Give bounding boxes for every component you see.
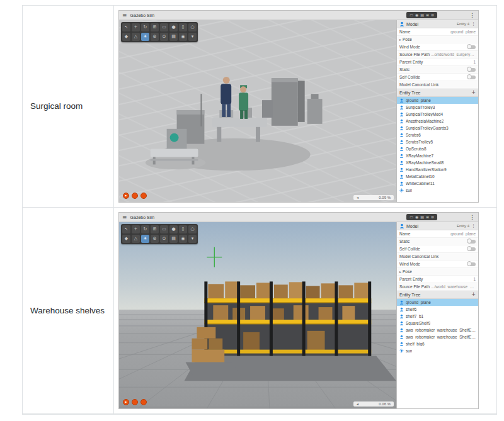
play-button[interactable]: ▶ [123,193,129,199]
expand-icon[interactable] [399,37,401,42]
entity-tree-item[interactable]: XRayMachine7 [397,152,478,159]
toggle-switch[interactable] [467,68,476,72]
property-row[interactable]: Name ground_plane [397,28,478,36]
camera-icon[interactable]: ⊛ [431,215,434,219]
reset-button[interactable] [140,193,147,199]
menu-icon[interactable]: ≡ [122,13,127,18]
toggle-switch[interactable] [467,76,476,79]
entity-tree-item[interactable]: OpScrubs8 [397,145,478,152]
screenshot-icon[interactable]: ▭ [410,13,413,17]
entity-tree-item[interactable]: ScrubsTrolley5 [397,138,478,145]
property-row[interactable]: Self Collide [397,74,478,81]
box-shape-icon[interactable]: ▭ [160,23,168,31]
capsule-shape-icon[interactable]: ○ [188,23,197,31]
capsule-shape-icon[interactable]: ○ [188,225,197,233]
entity-tree-item[interactable]: ground_plane [397,299,478,306]
entity-tree-item[interactable]: SurgicalTrolleyGuards3 [397,125,478,132]
expand-icon[interactable] [399,269,401,274]
entity-tree-item[interactable]: SurgicalTrolleyMed4 [397,111,478,118]
reset-button[interactable] [140,399,147,405]
entity-tree-item[interactable]: aws_robomaker_warehouse_ShelfE_013 [397,327,478,334]
step-button[interactable] [132,193,138,199]
cylinder-shape-icon[interactable]: ▯ [179,23,187,31]
point-light-icon[interactable]: ⊛ [151,33,159,41]
entity-tree-item[interactable]: AnesthesiaMachine2 [397,118,478,125]
rtf-display[interactable]: ◂ 0.09 % [353,195,394,200]
entity-tree-item[interactable]: aws_robomaker_warehouse_ShelfE_014 [397,334,478,340]
panel-more-icon[interactable]: ⋮ [471,224,476,228]
mesh-import-icon[interactable]: ▤ [169,235,178,243]
point-light-icon[interactable]: ⊛ [151,235,159,243]
add-entity-icon[interactable]: + [471,292,476,297]
select-tool-icon[interactable]: ↖ [122,23,130,31]
rotate-tool-icon[interactable]: ↻ [141,23,149,31]
entity-tree-item[interactable]: sun [397,187,478,194]
property-row[interactable]: Pose [397,36,478,43]
panel-more-icon[interactable]: ⋮ [471,22,476,26]
toggle-switch[interactable] [467,247,476,251]
screenshot-icon[interactable]: ▭ [410,215,413,219]
entity-tree-item[interactable]: HandSanitizerStation9 [397,166,478,173]
ellipsoid-shape-icon[interactable]: ◆ [122,235,130,243]
property-row[interactable]: Static [397,66,478,74]
entity-tree-item[interactable]: ground_plane [397,97,478,104]
directional-light-icon[interactable]: ☀ [141,33,149,41]
add-entity-icon[interactable]: + [471,90,476,95]
sphere-shape-icon[interactable]: ● [169,225,178,233]
entity-tree-item[interactable]: sun [397,347,478,354]
toggle-switch[interactable] [467,262,476,266]
video-record-icon[interactable]: ◉ [179,235,187,243]
property-row[interactable]: Model Canonical Link [397,81,478,89]
step-button[interactable] [132,399,138,405]
entity-tree-item[interactable]: SquareShelf9 [397,320,478,327]
property-row[interactable]: Source File Path ...orlds/world_surgery_… [397,51,478,59]
property-row[interactable]: Pose [397,268,478,276]
toggle-switch[interactable] [467,240,476,244]
property-row[interactable]: Source File Path .../world_warehouse_she… [397,283,478,291]
entity-tree-item[interactable]: Scrubs6 [397,132,478,138]
grid-config-icon[interactable]: ⊞ [426,215,429,219]
select-tool-icon[interactable]: ↖ [122,225,130,233]
record-video-icon[interactable]: ◉ [415,13,418,17]
snap-settings-icon[interactable]: ⊞ [151,225,159,233]
more-tools-icon[interactable]: ▾ [188,235,197,243]
property-row[interactable]: Wind Mode [397,261,478,268]
entity-tree-item[interactable]: WhiteCabinet11 [397,180,478,187]
ellipsoid-shape-icon[interactable]: ◆ [122,33,130,41]
viewport-3d[interactable]: ↖+↻⊞▭●▯○ ◆△☀⊛⊙▤◉▾ ▶ ◂ 0.09 % [119,20,396,202]
more-options-icon[interactable]: ⋮ [469,13,475,18]
viewport-3d[interactable]: ↖+↻⊞▭●▯○ ◆△☀⊛⊙▤◉▾ ▶ ◂ 0.06 % [119,222,396,408]
entity-tree-item[interactable]: shelf6 [397,306,478,313]
cone-shape-icon[interactable]: △ [132,235,140,243]
entity-tree-item[interactable]: MetalCabinet10 [397,173,478,180]
entity-tree-item[interactable]: shelf7_b1 [397,313,478,320]
rotate-tool-icon[interactable]: ↻ [141,225,149,233]
video-record-icon[interactable]: ◉ [179,33,187,41]
collapse-arrow-icon[interactable]: ◂ [357,402,358,406]
directional-light-icon[interactable]: ☀ [141,235,149,243]
property-row[interactable]: Parent Entity 1 [397,59,478,66]
translate-tool-icon[interactable]: + [132,23,140,31]
more-tools-icon[interactable]: ▾ [188,33,197,41]
spot-light-icon[interactable]: ⊙ [160,33,168,41]
menu-icon[interactable]: ≡ [122,215,127,220]
play-button[interactable]: ▶ [123,399,129,405]
sphere-shape-icon[interactable]: ● [169,23,178,31]
entity-tree-item[interactable]: XRayMachineSmall8 [397,159,478,166]
spot-light-icon[interactable]: ⊙ [160,235,168,243]
box-shape-icon[interactable]: ▭ [160,225,168,233]
more-options-icon[interactable]: ⋮ [469,215,475,220]
collapse-arrow-icon[interactable]: ◂ [357,196,358,199]
snap-settings-icon[interactable]: ⊞ [151,23,159,31]
rtf-display[interactable]: ◂ 0.06 % [353,401,394,407]
entity-tree-item[interactable]: SurgicalTrolley3 [397,104,478,111]
camera-icon[interactable]: ⊛ [431,13,434,17]
property-row[interactable]: Name ground_plane [397,230,478,238]
cylinder-shape-icon[interactable]: ▯ [179,225,187,233]
property-row[interactable]: Self Collide [397,245,478,253]
property-row[interactable]: Model Canonical Link [397,253,478,261]
entity-tree-item[interactable]: shelf_big6 [397,340,478,347]
plugins-icon[interactable]: ▤ [420,13,424,17]
property-row[interactable]: Parent Entity 1 [397,276,478,283]
toggle-switch[interactable] [467,45,476,49]
